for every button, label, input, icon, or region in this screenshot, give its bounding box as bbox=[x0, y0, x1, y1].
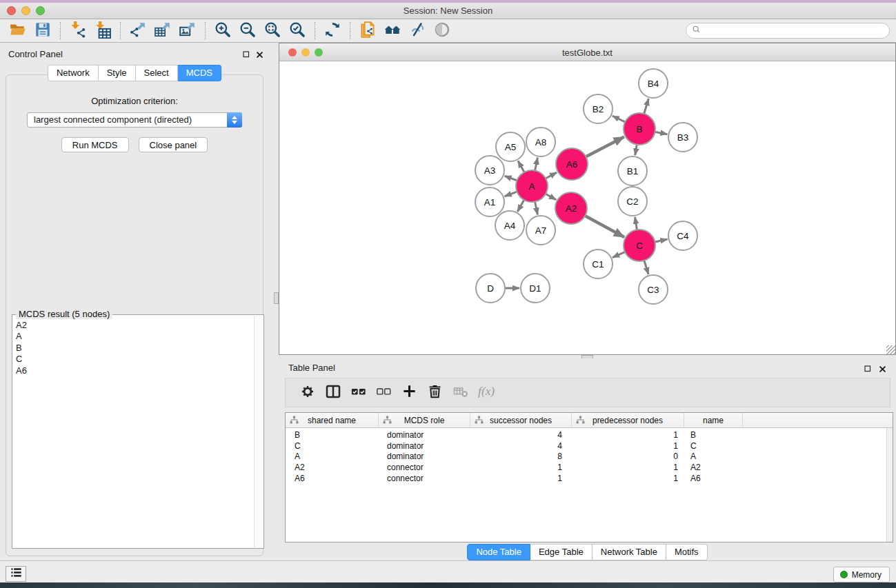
graph-node-C3[interactable]: C3 bbox=[639, 275, 668, 304]
zoom-fit-button[interactable] bbox=[260, 21, 285, 41]
tab-motifs[interactable]: Motifs bbox=[666, 544, 708, 560]
import-table-button[interactable] bbox=[90, 21, 115, 41]
zoom-selected-button[interactable] bbox=[285, 21, 310, 41]
birds-eye-view-button[interactable] bbox=[380, 21, 405, 41]
graph-node-B3[interactable]: B3 bbox=[668, 123, 697, 152]
zoom-in-button[interactable] bbox=[210, 21, 235, 41]
tab-select[interactable]: Select bbox=[136, 65, 178, 81]
graph-node-A4[interactable]: A4 bbox=[495, 211, 524, 240]
table-cell: 1 bbox=[572, 441, 684, 451]
float-panel-icon[interactable] bbox=[242, 49, 250, 61]
memory-button[interactable]: Memory bbox=[833, 567, 890, 582]
mcds-result-item[interactable]: B bbox=[14, 343, 253, 354]
graph-node-A[interactable]: A bbox=[516, 170, 548, 202]
run-mcds-button[interactable]: Run MCDS bbox=[61, 137, 129, 152]
graph-node-B2[interactable]: B2 bbox=[584, 94, 613, 123]
close-panel-icon[interactable] bbox=[256, 49, 263, 61]
graph-node-A7[interactable]: A7 bbox=[526, 216, 555, 245]
search-input[interactable] bbox=[702, 25, 889, 37]
open-session-button[interactable] bbox=[6, 21, 30, 41]
mcds-result-item[interactable]: A6 bbox=[14, 365, 253, 376]
table-scrollbar[interactable] bbox=[886, 428, 893, 542]
zoom-out-button[interactable] bbox=[235, 21, 260, 41]
toolbar-separator bbox=[315, 22, 315, 40]
export-table-button[interactable] bbox=[150, 21, 175, 41]
graph-node-C[interactable]: C bbox=[624, 230, 655, 261]
split-divider-grip-left[interactable] bbox=[274, 292, 279, 304]
control-panel: Control Panel NetworkStyleSelectMCDS Opt… bbox=[0, 43, 269, 560]
table-settings-gear-button[interactable] bbox=[295, 381, 320, 405]
column-header-MCDS-role[interactable]: MCDS role bbox=[379, 413, 470, 427]
search-box[interactable] bbox=[686, 23, 890, 39]
save-session-button[interactable] bbox=[30, 21, 55, 41]
refresh-layout-button[interactable] bbox=[320, 21, 345, 41]
close-table-panel-icon[interactable] bbox=[879, 363, 886, 376]
tab-node-table[interactable]: Node Table bbox=[467, 544, 530, 560]
show-graphics-details-button[interactable] bbox=[430, 21, 455, 41]
desktop-background-edge bbox=[0, 582, 896, 588]
graph-node-D1[interactable]: D1 bbox=[521, 274, 550, 303]
tab-edge-table[interactable]: Edge Table bbox=[530, 544, 593, 560]
delete-column-button[interactable] bbox=[422, 381, 448, 405]
export-network-button[interactable] bbox=[126, 21, 150, 41]
panel-selector-button[interactable] bbox=[6, 566, 26, 582]
graph-node-B4[interactable]: B4 bbox=[639, 69, 668, 98]
unselect-all-columns-button[interactable] bbox=[371, 381, 397, 405]
hide-graphics-details-button[interactable] bbox=[405, 21, 430, 41]
clone-network-button[interactable] bbox=[355, 21, 380, 41]
tab-network-table[interactable]: Network Table bbox=[593, 544, 666, 560]
svg-text:B4: B4 bbox=[648, 79, 659, 89]
table-row[interactable]: Cdominator41C bbox=[286, 440, 893, 452]
graph-node-D[interactable]: D bbox=[476, 274, 505, 303]
column-header-name[interactable]: name bbox=[684, 413, 743, 427]
result-list-scrollbar[interactable] bbox=[254, 316, 263, 547]
add-column-button[interactable] bbox=[397, 381, 422, 405]
graph-node-C4[interactable]: C4 bbox=[668, 221, 697, 250]
delete-table-icon bbox=[453, 384, 468, 402]
close-panel-button[interactable]: Close panel bbox=[139, 137, 208, 152]
import-network-icon bbox=[69, 21, 87, 41]
graph-node-B1[interactable]: B1 bbox=[618, 156, 647, 185]
graph-node-A2[interactable]: A2 bbox=[555, 192, 587, 224]
graph-node-A6[interactable]: A6 bbox=[556, 148, 588, 180]
mcds-result-title: MCDS result (5 nodes) bbox=[16, 309, 112, 319]
mcds-result-item[interactable]: A bbox=[14, 331, 253, 342]
svg-text:B3: B3 bbox=[677, 132, 689, 143]
mcds-result-item[interactable]: A2 bbox=[14, 320, 253, 331]
export-image-button[interactable] bbox=[175, 21, 200, 41]
network-window-resize-grip[interactable] bbox=[886, 345, 895, 354]
table-row[interactable]: Bdominator41B bbox=[286, 429, 893, 440]
show-column-panel-button[interactable] bbox=[320, 381, 346, 405]
column-header-shared-name[interactable]: shared name bbox=[286, 413, 379, 427]
table-row[interactable]: A6connector11A6 bbox=[286, 473, 893, 484]
svg-text:D: D bbox=[487, 283, 494, 294]
tab-mcds[interactable]: MCDS bbox=[178, 65, 221, 81]
mcds-result-item[interactable]: C bbox=[14, 354, 253, 365]
select-all-columns-button[interactable] bbox=[346, 381, 371, 405]
table-row[interactable]: A2connector11A2 bbox=[286, 462, 893, 473]
svg-text:A: A bbox=[528, 181, 535, 192]
criterion-dropdown[interactable]: largest connected component (directed) bbox=[27, 112, 242, 128]
network-canvas[interactable]: AA1A2A3A4A5A6A7A8BB1B2B3B4CC1C2C3C4DD1 bbox=[279, 61, 895, 354]
mcds-result-list[interactable]: A2ABCA6 bbox=[14, 320, 253, 547]
graph-node-C2[interactable]: C2 bbox=[618, 187, 647, 216]
graph-node-A5[interactable]: A5 bbox=[496, 132, 525, 161]
float-table-panel-icon[interactable] bbox=[864, 363, 872, 376]
graph-node-A3[interactable]: A3 bbox=[475, 156, 504, 185]
graph-node-C1[interactable]: C1 bbox=[584, 250, 613, 278]
tab-style[interactable]: Style bbox=[99, 65, 136, 81]
main-toolbar bbox=[0, 19, 896, 43]
tab-network[interactable]: Network bbox=[48, 65, 99, 81]
table-cell: 4 bbox=[470, 441, 572, 451]
column-header-successor-nodes[interactable]: successor nodes bbox=[470, 413, 572, 427]
column-header-predecessor-nodes[interactable]: predecessor nodes bbox=[572, 413, 684, 427]
table-row[interactable]: Adominator80A bbox=[286, 452, 893, 463]
graph-node-A1[interactable]: A1 bbox=[475, 187, 504, 216]
import-network-button[interactable] bbox=[66, 21, 90, 41]
graph-node-A8[interactable]: A8 bbox=[526, 128, 555, 156]
control-panel-tabs: NetworkStyleSelectMCDS bbox=[0, 65, 269, 81]
graph-node-B[interactable]: B bbox=[624, 113, 655, 145]
show-graphics-details-icon bbox=[433, 21, 451, 41]
svg-text:C1: C1 bbox=[592, 259, 604, 270]
network-window-titlebar[interactable]: testGlobe.txt bbox=[279, 43, 895, 61]
